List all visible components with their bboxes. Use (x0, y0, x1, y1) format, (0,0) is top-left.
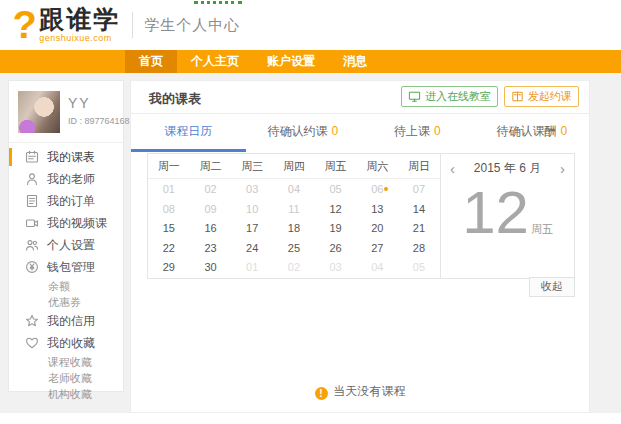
sidebar-subitem-balance[interactable]: 余额 (9, 278, 123, 294)
tab-pending-payment[interactable]: 待确认课酬0 (475, 114, 590, 152)
calendar-day-cell[interactable]: 21 (398, 219, 440, 239)
calendar-weekday-header: 周一周二周三周四周五周六周日 (148, 154, 440, 179)
calendar-day-cell[interactable]: 12 (315, 200, 357, 220)
sidebar-item-video-courses[interactable]: 我的视频课 (9, 212, 123, 234)
calendar-day-cell[interactable]: 05 (315, 180, 357, 200)
warning-icon: ! (315, 387, 328, 400)
calendar-day-cell[interactable]: 27 (356, 239, 398, 259)
calendar-day-cell[interactable]: 18 (273, 219, 315, 239)
calendar-day-cell[interactable]: 09 (190, 200, 232, 220)
tab-course-calendar[interactable]: 课程日历 (131, 114, 246, 152)
tabs: 课程日历待确认约课0待上课0待确认课酬0 (131, 114, 589, 152)
calendar-day-cell[interactable]: 24 (231, 239, 273, 259)
calendar-day-cell[interactable]: 04 (356, 258, 398, 278)
calendar-day-cell[interactable]: 03 (231, 180, 273, 200)
calendar-day-cell[interactable]: 17 (231, 219, 273, 239)
user-card: YY ID : 897764168 (9, 81, 123, 143)
sidebar: YY ID : 897764168 我的课表我的老师我的订单我的视频课个人设置钱… (8, 80, 124, 392)
prev-month-button[interactable]: ‹ (450, 161, 455, 176)
sidebar-subitem-course-favorites[interactable]: 课程收藏 (9, 354, 123, 370)
tab-pending-bookings[interactable]: 待确认约课0 (246, 114, 361, 152)
tab-label: 待上课 (394, 124, 430, 138)
sidebar-item-label: 我的信用 (47, 313, 95, 330)
calendar-day-cell[interactable]: 13 (356, 200, 398, 220)
weekday-label: 周日 (398, 154, 440, 178)
calendar-day-cell[interactable]: 26 (315, 239, 357, 259)
user-id: ID : 897764168 (68, 116, 115, 126)
wallet-icon (25, 260, 39, 274)
calendar: 周一周二周三周四周五周六周日 0102030405060708091011121… (147, 153, 441, 279)
sidebar-item-wallet[interactable]: 钱包管理 (9, 256, 123, 278)
calendar-day-cell[interactable]: 11 (273, 200, 315, 220)
sidebar-item-schedule[interactable]: 我的课表 (9, 146, 123, 168)
sidebar-menu: 我的课表我的老师我的订单我的视频课个人设置钱包管理余额优惠券我的信用我的收藏课程… (9, 143, 123, 402)
calendar-day-cell[interactable]: 16 (190, 219, 232, 239)
sidebar-subitem-coupons[interactable]: 优惠券 (9, 294, 123, 310)
selected-day-number: 12 (462, 179, 529, 246)
nav-item-personal-homepage[interactable]: 个人主页 (177, 50, 253, 73)
calendar-day-cell[interactable]: 01 (148, 180, 190, 200)
nav-item-account-settings[interactable]: 账户设置 (253, 50, 329, 73)
calendar-day-cell[interactable]: 19 (315, 219, 357, 239)
sidebar-item-personal-settings[interactable]: 个人设置 (9, 234, 123, 256)
logo-text: 跟谁学 (39, 7, 120, 32)
date-panel: ‹ 2015 年 6 月 › 12周五 收起 (441, 153, 575, 279)
calendar-day-cell[interactable]: 06 (356, 180, 398, 200)
calendar-day-cell[interactable]: 14 (398, 200, 440, 220)
question-mark-logo-icon: ? (12, 4, 36, 46)
page-subtitle: 学生个人中心 (144, 16, 240, 35)
calendar-day-cell[interactable]: 20 (356, 219, 398, 239)
nav-item-messages[interactable]: 消息 (329, 50, 381, 73)
next-month-button[interactable]: › (560, 161, 565, 176)
calendar-day-cell[interactable]: 02 (273, 258, 315, 278)
monitor-icon (408, 90, 421, 103)
calendar-day-cell[interactable]: 10 (231, 200, 273, 220)
tab-upcoming-classes[interactable]: 待上课0 (360, 114, 475, 152)
tab-count-badge: 0 (331, 124, 338, 138)
calendar-day-cell[interactable]: 01 (231, 258, 273, 278)
nav-item-home[interactable]: 首页 (125, 50, 177, 73)
sidebar-subitem-institution-favorites[interactable]: 机构收藏 (9, 386, 123, 402)
calendar-day-cell[interactable]: 02 (190, 180, 232, 200)
calendar-day-cell[interactable]: 15 (148, 219, 190, 239)
course-dot-indicator (384, 187, 388, 191)
action-buttons: 进入在线教室发起约课 (401, 86, 579, 107)
sidebar-item-orders[interactable]: 我的订单 (9, 190, 123, 212)
calendar-day-cell[interactable]: 29 (148, 258, 190, 278)
sidebar-item-credit[interactable]: 我的信用 (9, 310, 123, 332)
user-name: YY (68, 95, 115, 111)
initiate-booking-button[interactable]: 发起约课 (504, 86, 579, 107)
navbar: 首页个人主页账户设置消息 (0, 50, 621, 73)
sidebar-item-teachers[interactable]: 我的老师 (9, 168, 123, 190)
calendar-day-cell[interactable]: 05 (398, 258, 440, 278)
sidebar-item-label: 钱包管理 (47, 259, 95, 276)
calendar-day-cell[interactable]: 04 (273, 180, 315, 200)
sidebar-item-label: 我的视频课 (47, 215, 107, 232)
video-icon (25, 216, 39, 230)
tab-label: 待确认课酬 (496, 124, 556, 138)
tab-count-badge: 0 (434, 124, 441, 138)
schedule-icon (25, 150, 39, 164)
logo-domain: genshuixue.com (39, 34, 120, 43)
calendar-day-cell[interactable]: 30 (190, 258, 232, 278)
tab-label: 课程日历 (164, 124, 212, 138)
calendar-day-cell[interactable]: 08 (148, 200, 190, 220)
sidebar-subitem-teacher-favorites[interactable]: 老师收藏 (9, 370, 123, 386)
calendar-day-cell[interactable]: 22 (148, 239, 190, 259)
calendar-day-cell[interactable]: 23 (190, 239, 232, 259)
weekday-label: 周四 (273, 154, 315, 178)
calendar-day-cell[interactable]: 25 (273, 239, 315, 259)
heart-icon (25, 336, 39, 350)
sidebar-item-favorites[interactable]: 我的收藏 (9, 332, 123, 354)
main-card: 我的课表 进入在线教室发起约课 课程日历待确认约课0待上课0待确认课酬0 周一周… (130, 80, 590, 413)
collapse-button[interactable]: 收起 (529, 277, 575, 297)
sidebar-item-label: 我的课表 (47, 149, 95, 166)
brand-logo[interactable]: ? 跟谁学 genshuixue.com 学生个人中心 (13, 4, 240, 46)
calendar-day-cell[interactable]: 28 (398, 239, 440, 259)
enter-classroom-button[interactable]: 进入在线教室 (401, 86, 498, 107)
sidebar-item-label: 我的收藏 (47, 335, 95, 352)
calendar-day-cell[interactable]: 03 (315, 258, 357, 278)
button-label: 进入在线教室 (425, 89, 491, 104)
weekday-label: 周二 (190, 154, 232, 178)
calendar-day-cell[interactable]: 07 (398, 180, 440, 200)
